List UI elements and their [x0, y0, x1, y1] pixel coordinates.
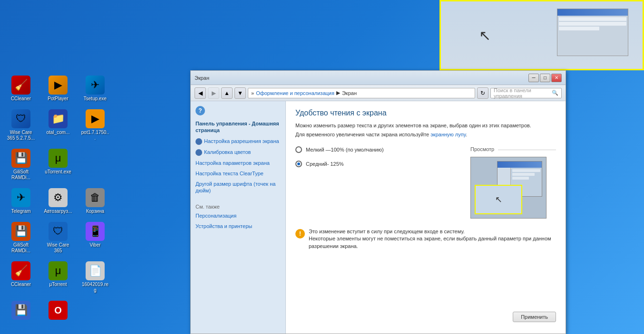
desktop-icon-wisecare2[interactable]: 🛡 Wise Care 365	[42, 220, 74, 256]
sidebar-link-cleartype[interactable]: Настройка текста ClearType	[195, 170, 281, 177]
minimize-button[interactable]: ─	[528, 74, 539, 82]
preview-cursor: ↖	[495, 194, 502, 205]
telegram-icon: ✈	[11, 188, 30, 207]
radio-medium[interactable]: Средний- 125%	[295, 161, 461, 167]
desktop-icon-tsetup[interactable]: ✈ Tsetup.exe	[79, 74, 111, 104]
sidebar-link-label: Настройка разрешения экрана	[204, 138, 279, 144]
mini-win-line	[559, 27, 599, 30]
desktop-icon-ccleaner[interactable]: 🧹 CCleaner	[5, 74, 37, 104]
desktop-icon-gilisoft[interactable]: 💾 GiliSoft RAMDi...	[5, 147, 37, 182]
up-button[interactable]: ▲	[221, 87, 233, 99]
sidebar-link-calibration[interactable]: Калибровка цветов	[195, 149, 281, 156]
desktop-icon-label: GiliSoft RAMDi...	[7, 169, 35, 181]
desktop-icon-total[interactable]: 📁 otal_com...	[42, 107, 74, 143]
sidebar-link-params[interactable]: Настройка параметров экрана	[195, 160, 281, 166]
preview-line	[512, 173, 535, 176]
cp-title-text: Экран	[195, 75, 528, 81]
back-button[interactable]: ◀	[195, 87, 206, 99]
maximize-button[interactable]: □	[540, 74, 550, 82]
screen-magnifier-link[interactable]: экранную лупу	[430, 132, 466, 137]
preview-box: ↖	[470, 157, 546, 219]
desktop-icon-label: Tsetup.exe	[84, 96, 107, 102]
cp-win-buttons: ─ □ ✕	[528, 74, 562, 82]
preview-line	[512, 169, 540, 172]
radio-small[interactable]: Мелкий —100% (по умолчанию)	[295, 146, 461, 153]
preview-win-title	[498, 162, 542, 168]
breadcrumb-separator: »	[251, 90, 254, 96]
cp-main-content: Удобство чтения с экрана Можно изменить …	[286, 101, 566, 334]
mini-win-body	[557, 16, 628, 33]
desktop-icon-opera[interactable]: O	[42, 299, 74, 323]
desktop-icon-floppy[interactable]: 💾	[5, 299, 37, 323]
autorun-icon: ⚙	[49, 188, 68, 207]
radio-medium-dot	[297, 162, 300, 165]
desktop-icon-autorun[interactable]: ⚙ Автозагруз...	[42, 186, 74, 216]
desktop-icon-viber[interactable]: 📱 Viber	[79, 220, 111, 256]
sidebar-link-devices[interactable]: Устройства и принтеры	[195, 223, 281, 229]
desktop-icon-wisecare[interactable]: 🛡 Wise Care 365 5.2.7.5...	[5, 107, 37, 143]
utorrent-icon: μ	[49, 149, 68, 168]
control-panel-window: Экран ─ □ ✕ ◀ ▶ ▲ ▼ » Оформление и персо…	[190, 70, 566, 334]
total-icon: 📁	[49, 109, 68, 128]
warning-section: ! Это изменение вступит в силу при следу…	[295, 228, 556, 250]
desktop-icon-pot2[interactable]: ▶ pot1.7.1750...	[79, 107, 111, 143]
radio-medium-input[interactable]	[295, 161, 302, 167]
desktop-icon-trash[interactable]: 🗑 Корзина	[79, 186, 111, 216]
apply-button[interactable]: Применить	[513, 312, 556, 322]
desktop-icon-label: Wise Care 365 5.2.7.5...	[7, 130, 35, 141]
desktop-icon-label: Viber	[89, 242, 100, 248]
radio-small-label: Мелкий —100% (по умолчанию)	[306, 147, 384, 153]
gilisoft-icon: 💾	[11, 149, 30, 168]
viber-icon: 📱	[86, 222, 105, 241]
preview-divider	[498, 150, 556, 150]
desktop-icon-potplayer[interactable]: ▶ PotPlayer	[42, 74, 74, 104]
breadcrumb: » Оформление и персонализация ▶ Экран	[248, 88, 475, 98]
desc2-end: .	[466, 132, 467, 137]
desktop-icon-label: pot1.7.1750...	[81, 130, 109, 141]
floppy-icon: 💾	[11, 301, 30, 320]
main-desc2: Для временного увеличения части экрана и…	[295, 131, 556, 138]
desktop-icon-label: Telegram	[11, 209, 30, 214]
help-button[interactable]: ?	[195, 106, 205, 115]
desktop-icon-telegram[interactable]: ✈ Telegram	[5, 186, 37, 216]
mini-win-title	[557, 9, 628, 16]
pot2-icon: ▶	[86, 109, 105, 128]
main-title: Удобство чтения с экрана	[295, 109, 556, 117]
desktop-icon-gilisoft2[interactable]: 💾 GiliSoft RAMDi...	[5, 220, 37, 256]
desktop-icon-reg[interactable]: 📄 16042019.reg	[79, 259, 111, 295]
desktop-icon-label: Wise Care 365	[44, 242, 72, 254]
reg-icon: 📄	[86, 261, 105, 280]
tsetup-icon: ✈	[86, 76, 105, 95]
breadcrumb-path1[interactable]: Оформление и персонализация	[256, 90, 334, 96]
search-bar[interactable]: Поиск в панели управления 🔍	[490, 88, 562, 98]
desktop-icon-label: Корзина	[86, 209, 104, 214]
close-button[interactable]: ✕	[551, 74, 562, 82]
forward-button[interactable]: ▶	[208, 87, 219, 99]
desktop-icon-utorrent2[interactable]: μ µTorrent	[42, 259, 74, 295]
sidebar-link-fontsize[interactable]: Другой размер шрифта (точек на дюйм)	[195, 181, 281, 194]
desktop-icon-label: uTorrent.exe	[45, 169, 71, 175]
warning-text-2: Некоторые элементы могут не поместиться …	[309, 235, 556, 250]
utorrent2-icon: μ	[49, 261, 68, 280]
refresh-button[interactable]: ↻	[477, 87, 488, 99]
breadcrumb-path2: Экран	[342, 90, 357, 96]
desktop-icon-label: CCleaner	[11, 96, 31, 102]
desktop-icon-utorrent[interactable]: μ uTorrent.exe	[42, 147, 74, 182]
gilisoft2-icon: 💾	[11, 222, 30, 241]
cp-toolbar: ◀ ▶ ▲ ▼ » Оформление и персонализация ▶ …	[191, 85, 566, 101]
wisecare-icon: 🛡	[11, 109, 30, 128]
radio-small-input[interactable]	[295, 146, 302, 153]
preview-highlight-window: ↖	[475, 185, 522, 214]
desktop-icon-label: 16042019.reg	[81, 282, 109, 293]
desktop-icon-label: µTorrent	[49, 282, 67, 287]
recent-button[interactable]: ▼	[234, 87, 246, 99]
sidebar-link-personalization[interactable]: Персонализация	[195, 212, 281, 219]
desktop-icon-label: PotPlayer	[48, 96, 68, 102]
sidebar-link-resolution[interactable]: Настройка разрешения экрана	[195, 138, 281, 145]
preview-box-container: ↖	[470, 157, 556, 219]
breadcrumb-arrow: ▶	[336, 90, 340, 96]
cp-sidebar: ? Панель управления - Домашняя страница …	[191, 101, 286, 334]
desktop-icon-ccleaner2[interactable]: 🧹 CCleaner	[5, 259, 37, 295]
radio-medium-label: Средний- 125%	[306, 161, 344, 167]
sidebar-home-title[interactable]: Панель управления - Домашняя страница	[195, 120, 281, 134]
